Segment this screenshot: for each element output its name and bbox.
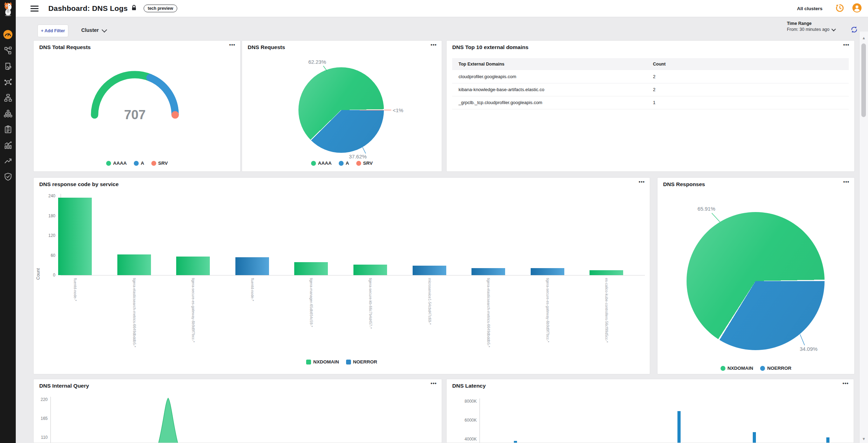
y-tick-label: 240 — [34, 193, 55, 198]
legend-label: A — [346, 161, 349, 166]
user-avatar-icon[interactable] — [852, 3, 862, 14]
page-title: Dashboard: DNS Logs — [48, 4, 128, 13]
panel-menu-icon[interactable]: ••• — [843, 42, 849, 48]
legend-swatch — [106, 161, 111, 166]
legend-item[interactable]: SRV — [356, 161, 373, 166]
panel-title: DNS Latency — [452, 383, 486, 389]
panel-menu-icon[interactable]: ••• — [430, 42, 437, 48]
pie-label-srv: <1% — [393, 107, 403, 113]
sidebar-item-clusters[interactable] — [0, 105, 16, 121]
legend-swatch — [311, 161, 316, 166]
bar-nxdomain — [176, 257, 210, 275]
add-filter-button[interactable]: + Add Filter — [37, 25, 68, 37]
table-header-count: Count — [653, 62, 723, 67]
legend-swatch — [151, 161, 156, 166]
cluster-dropdown[interactable]: Cluster — [81, 27, 106, 33]
history-icon[interactable] — [835, 3, 845, 14]
legend-label: AAAA — [318, 161, 332, 166]
legend-label: AAAA — [113, 161, 127, 166]
y-tick-label: 165 — [33, 416, 48, 421]
y-tick-label: 4000K — [456, 437, 477, 442]
sidebar-item-threat-defense[interactable] — [0, 169, 16, 184]
calico-cat-logo-icon[interactable] — [1, 1, 15, 18]
bar-nxdomain — [353, 265, 387, 275]
y-tick-label: 60 — [34, 253, 55, 258]
pie-chart-dns-requests — [298, 67, 384, 153]
sidebar-item-service-graph[interactable] — [0, 42, 16, 58]
time-range-control[interactable]: Time Range From: 30 minutes ago — [787, 21, 835, 32]
sidebar-item-trends[interactable] — [0, 153, 16, 169]
panel-dns-top-domains: DNS Top 10 external domains ••• Top Exte… — [446, 40, 855, 172]
x-tick-label: tigera-manager-65db854c59-* — [309, 278, 314, 327]
legend-item[interactable]: A — [339, 161, 349, 166]
latency-bar — [826, 437, 829, 443]
table-header: Top External Domains Count — [452, 58, 849, 70]
sidebar-item-dashboards[interactable] — [0, 27, 16, 42]
left-nav-sidebar — [0, 0, 16, 443]
legend-swatch — [356, 161, 361, 166]
domain-cell: cloudprofiler.googleapis.com — [452, 74, 653, 79]
panel-menu-icon[interactable]: ••• — [842, 381, 849, 386]
y-axis-title: Nanoseconds — [447, 428, 452, 443]
latency-bar — [753, 432, 756, 443]
scroll-up-icon[interactable]: ▲ — [860, 36, 868, 40]
panel-menu-icon[interactable]: ••• — [843, 179, 849, 185]
pie-label-noerror: 34.09% — [800, 346, 818, 352]
latency-bar — [677, 411, 681, 443]
panel-menu-icon[interactable]: ••• — [229, 42, 235, 48]
refresh-icon[interactable] — [850, 26, 858, 35]
sidebar-item-nodes[interactable] — [0, 74, 16, 90]
x-tick-label: fluentd-node-* — [73, 278, 77, 301]
y-axis-line — [50, 397, 51, 443]
legend-label: NXDOMAIN — [728, 366, 753, 371]
legend-swatch — [134, 161, 139, 166]
pie-chart-dns-responses — [687, 212, 825, 350]
panel-title: DNS Responses — [663, 181, 705, 188]
cluster-selector[interactable]: All clusters — [797, 6, 822, 11]
sidebar-item-network-sets[interactable] — [0, 90, 16, 105]
sidebar-item-compliance-reports[interactable] — [0, 121, 16, 137]
bar-nxdomain — [117, 254, 151, 275]
scrollbar-thumb[interactable] — [861, 43, 866, 117]
legend-item[interactable]: A — [134, 161, 144, 166]
x-tick-label: fluentd-node-* — [250, 278, 255, 301]
area-chart — [34, 379, 442, 443]
panel-dns-requests: DNS Requests ••• 62.23% 37.62% <1% AAAAA… — [242, 40, 442, 172]
scroll-down-icon[interactable]: ▼ — [860, 437, 868, 441]
y-tick-label: 8000K — [456, 399, 477, 404]
legend-item[interactable]: NXDOMAIN — [306, 359, 339, 364]
legend-item[interactable]: AAAA — [106, 161, 127, 166]
bar-noerror — [413, 266, 446, 275]
chart-legend: AAAAASRV — [242, 161, 442, 166]
hamburger-menu-icon[interactable] — [30, 4, 39, 13]
sidebar-item-statistics[interactable] — [0, 137, 16, 153]
count-cell: 2 — [653, 74, 723, 79]
x-tick-label: tigera-elasticsearch-metrics-6649dbddb5-… — [132, 278, 137, 347]
legend-item[interactable]: NOERROR — [760, 366, 791, 371]
pie-label-nxdomain: 65.91% — [684, 206, 715, 212]
legend-item[interactable]: NXDOMAIN — [721, 366, 753, 371]
legend-swatch — [760, 366, 765, 371]
x-axis-line — [61, 275, 645, 275]
panel-title: DNS response code by service — [39, 181, 119, 188]
pie-label-aaaa: 62.23% — [295, 59, 326, 65]
legend-swatch — [306, 360, 311, 364]
x-tick-label: tigera-secure-es-gateway-6b9d9f7bcc-* — [546, 278, 550, 342]
table-row: kibana-knowledge-base-artifacts.elastic.… — [452, 83, 849, 96]
table-row: _grpclb._tcp.cloudprofiler.googleapis.co… — [452, 96, 849, 109]
legend-label: SRV — [363, 161, 373, 166]
panel-menu-icon[interactable]: ••• — [430, 381, 437, 386]
bar-noerror — [235, 257, 269, 275]
filter-toolbar: + Add Filter Cluster Time Range From: 30… — [16, 17, 868, 40]
legend-item[interactable]: NOERROR — [346, 359, 377, 364]
legend-item[interactable]: SRV — [151, 161, 168, 166]
time-range-label: Time Range — [787, 21, 835, 26]
x-tick-label: tigera-secure-es-gateway-6b9d9f7bcc-* — [191, 278, 195, 342]
bar-noerror — [471, 268, 505, 275]
legend-item[interactable]: AAAA — [311, 161, 332, 166]
chart-legend: NXDOMAINNOERROR — [34, 359, 650, 364]
sidebar-item-policies[interactable] — [0, 58, 16, 74]
panel-menu-icon[interactable]: ••• — [639, 179, 645, 185]
vertical-scrollbar[interactable]: ▲ ▼ — [859, 32, 868, 443]
panel-title: DNS Requests — [248, 44, 285, 50]
